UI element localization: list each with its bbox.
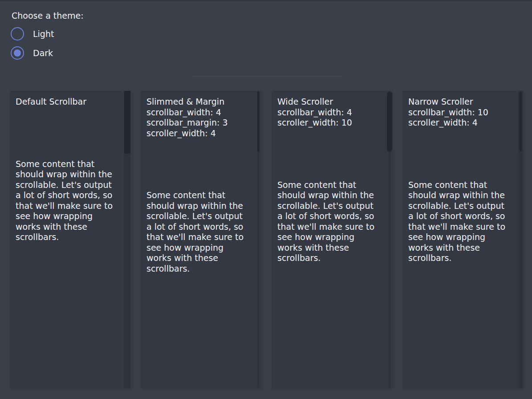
scroll-panel-narrow-scroller[interactable]: Narrow Scroller scrollbar_width: 10 scro… [402,91,523,388]
panel-content: Some content that should wrap within the… [146,190,252,274]
panel-title: Slimmed & Margin [146,97,252,107]
theme-chooser-label: Choose a theme: [12,10,84,21]
scroll-panel-slimmed-margin[interactable]: Slimmed & Margin scrollbar_width: 4 scro… [141,91,261,388]
panel-content: Some content that should wrap within the… [408,180,513,264]
radio-unselected-icon [11,27,24,41]
radio-label-light: Light [33,28,54,39]
panel-content: Some content that should wrap within the… [277,180,382,264]
panel-config: scrollbar_width: 4 scrollbar_margin: 3 s… [146,107,252,139]
scrollbar-thumb[interactable] [124,91,130,154]
scroll-panel-wide-scroller[interactable]: Wide Scroller scrollbar_width: 4 scrolle… [272,91,392,388]
panel-content: Some content that should wrap within the… [16,159,121,243]
panel-title: Wide Scroller [277,97,382,107]
radio-dot [14,49,21,57]
scrollbar-thumb[interactable] [257,92,260,151]
radio-option-light[interactable]: Light [11,27,54,41]
panel-title: Narrow Scroller [408,97,513,107]
divider [190,76,343,77]
scroll-panel-default[interactable]: Default Scrollbar Some content that shou… [10,91,130,388]
radio-label-dark: Dark [33,48,53,58]
window-top-edge [0,0,532,1]
radio-selected-icon [11,46,24,60]
scrollbar-thumb[interactable] [387,92,392,152]
radio-option-dark[interactable]: Dark [11,46,53,60]
panels-row: Default Scrollbar Some content that shou… [10,91,523,388]
panel-config: scrollbar_width: 10 scroller_width: 4 [408,107,513,128]
scrollbar-thumb[interactable] [520,92,522,151]
panel-config: scrollbar_width: 4 scroller_width: 10 [277,107,382,128]
panel-title: Default Scrollbar [16,97,121,107]
